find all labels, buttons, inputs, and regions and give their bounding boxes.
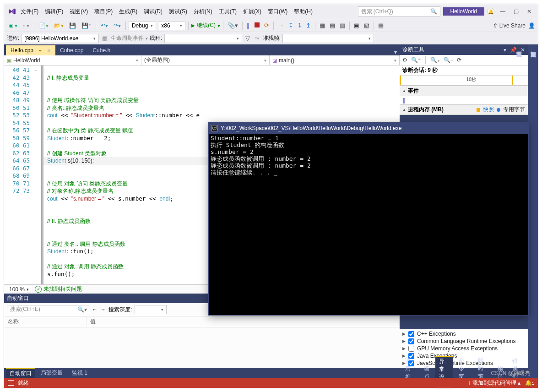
- menu-debug[interactable]: 调试(D): [142, 7, 164, 16]
- pause-icon[interactable]: ‖: [245, 22, 251, 29]
- step-out-icon[interactable]: ↥: [304, 22, 312, 29]
- minimize-icon[interactable]: —: [500, 8, 505, 15]
- diagnostics-header[interactable]: 诊断工具 ▾📌✕: [400, 44, 528, 55]
- standard-toolbar: ◉ ▾ ◦ ▾ 📄▾ 📂▾ 💾 💾⁺ ↶▾ ↷▾ Debug▾ x86▾ 继续(…: [4, 19, 538, 32]
- diag-timeline[interactable]: 10秒: [400, 76, 528, 86]
- win4-icon[interactable]: ▣: [352, 22, 361, 29]
- flag-icon: [8, 380, 14, 386]
- global-search-input[interactable]: 搜索 (Ctrl+Q) 🔍: [358, 6, 440, 16]
- redo-icon[interactable]: ↷▾: [112, 22, 123, 30]
- tab-hello-cpp[interactable]: Hello.cpp ⏷ ✕: [6, 45, 55, 55]
- lifecycle-icon[interactable]: ▦: [101, 35, 109, 42]
- notification-icon[interactable]: 🔔: [487, 8, 494, 15]
- diag-settings-icon[interactable]: ⚙: [402, 57, 407, 63]
- close-tab-icon[interactable]: ✕: [47, 48, 51, 53]
- tab-cube-h[interactable]: Cube.h: [88, 45, 115, 55]
- menu-project[interactable]: 项目(P): [92, 7, 114, 16]
- win2-icon[interactable]: ▤: [328, 22, 336, 29]
- live-share-button[interactable]: ⇧ Live Share: [493, 22, 526, 29]
- win1-icon[interactable]: ▦: [318, 22, 326, 29]
- search-next-icon[interactable]: →: [100, 306, 106, 313]
- close-icon[interactable]: ✕: [527, 8, 531, 15]
- tab-watch1[interactable]: 监视 1: [68, 368, 91, 378]
- process-dropdown[interactable]: [9896] HelloWorld.exe▾: [21, 34, 99, 43]
- add-to-source-control[interactable]: ↑ 添加到源代码管理 ▴: [468, 379, 520, 387]
- maximize-icon[interactable]: ▢: [514, 8, 519, 15]
- autos-col-value[interactable]: 值: [87, 316, 400, 327]
- win3-icon[interactable]: ▥: [338, 22, 347, 29]
- zoom-dropdown[interactable]: 100 %▾: [7, 286, 31, 293]
- stackframe-dropdown[interactable]: ▾: [282, 34, 374, 43]
- diag-zoom-in-icon[interactable]: 🔍₊: [430, 57, 440, 63]
- thread-dropdown[interactable]: ▾: [164, 34, 242, 43]
- tab-cube-cpp[interactable]: Cube.cpp: [55, 45, 88, 55]
- scope-dropdown[interactable]: ▣HelloWorld▾: [4, 55, 141, 65]
- autos-search-input[interactable]: 搜索(Ctrl+E)🔍▾: [7, 305, 89, 314]
- diag-toolbar: ⚙ 🔍⁼ 🔍₊ 🔍₋ ⟳: [400, 55, 528, 65]
- pane-dropdown-icon[interactable]: ▾: [504, 47, 506, 53]
- console-window[interactable]: C:\ Y:\002_WorkSpace\002_VS\HelloWorld\H…: [208, 122, 529, 316]
- exception-item[interactable]: ▶C++ Exceptions: [400, 330, 528, 338]
- fold-gutter[interactable]: - -: [32, 65, 40, 284]
- tab-locals[interactable]: 局部变量: [37, 368, 66, 378]
- tabs-overflow-icon[interactable]: ▾: [394, 49, 400, 55]
- menu-analyze[interactable]: 分析(N): [192, 7, 214, 16]
- nav-back-icon[interactable]: ◉ ▾: [7, 22, 19, 30]
- show-next-icon[interactable]: →: [276, 22, 285, 29]
- member-dropdown[interactable]: ◪main()▾: [270, 55, 400, 65]
- tab-autos[interactable]: 自动窗口: [6, 368, 35, 378]
- vtab-solution-explorer[interactable]: 解决方案资源管理器: [529, 47, 537, 375]
- menu-tools[interactable]: 工具(T): [217, 7, 238, 16]
- menu-build[interactable]: 生成(B): [117, 7, 139, 16]
- menu-edit[interactable]: 编辑(E): [43, 7, 65, 16]
- win6-icon[interactable]: ▤: [377, 22, 385, 29]
- vertical-tabs[interactable]: 解决方案资源管理器 团队资源管理器: [528, 44, 538, 378]
- save-icon[interactable]: 💾: [67, 22, 78, 30]
- step-into-icon[interactable]: ↧: [287, 22, 295, 29]
- account-icon[interactable]: 👤: [528, 22, 535, 29]
- platform-dropdown[interactable]: x86▾: [158, 21, 185, 30]
- notifications-icon[interactable]: 🔔₁: [525, 380, 534, 386]
- menu-view[interactable]: 视图(V): [68, 7, 90, 16]
- pin-icon[interactable]: ⏷: [38, 48, 43, 53]
- diag-scroll-icon[interactable]: ⟳: [457, 57, 461, 63]
- menu-window[interactable]: 窗口(W): [266, 7, 289, 16]
- diag-zoom-reset-icon[interactable]: 🔍⁼: [411, 57, 421, 63]
- save-all-icon[interactable]: 💾⁺: [80, 22, 93, 30]
- menu-help[interactable]: 帮助(H): [292, 7, 314, 16]
- events-section[interactable]: 事件: [400, 86, 528, 96]
- step-over-icon[interactable]: ⤵: [297, 22, 303, 29]
- title-bar: 文件(F) 编辑(E) 视图(V) 项目(P) 生成(B) 调试(D) 测试(S…: [4, 4, 538, 19]
- search-prev-icon[interactable]: ←: [92, 306, 98, 313]
- new-item-icon[interactable]: 📄▾: [37, 22, 50, 30]
- config-dropdown[interactable]: Debug▾: [129, 21, 156, 30]
- exception-item[interactable]: ▶GPU Memory Access Exceptions: [400, 345, 528, 352]
- win5-icon[interactable]: ▧: [363, 22, 371, 29]
- issues-indicator[interactable]: 未找到相关问题: [35, 285, 82, 293]
- thread-filter-icon[interactable]: ▽: [244, 35, 251, 42]
- thread-flag-icon[interactable]: ⤳: [253, 35, 261, 42]
- continue-button[interactable]: 继续(C) ▾: [191, 22, 220, 29]
- nav-fwd-icon[interactable]: ◦ ▾: [21, 22, 31, 30]
- console-title-bar[interactable]: C:\ Y:\002_WorkSpace\002_VS\HelloWorld\H…: [209, 123, 528, 134]
- status-ready: 就绪: [18, 379, 29, 387]
- stop-icon[interactable]: [253, 22, 261, 29]
- restart-icon[interactable]: ⟳: [263, 22, 271, 29]
- search-icon: 🔍▾: [77, 306, 87, 313]
- menu-extensions[interactable]: 扩展(X): [241, 7, 263, 16]
- undo-icon[interactable]: ↶▾: [99, 22, 110, 30]
- search-depth-dropdown[interactable]: ▾: [135, 305, 167, 314]
- menu-file[interactable]: 文件(F): [19, 7, 40, 16]
- context-dropdown[interactable]: (全局范围)▾: [141, 55, 270, 65]
- line-gutter: 40 41 42 43 44 45 46 47 48 49 50 51 52 5…: [4, 65, 32, 284]
- thread-label: 线程:: [150, 34, 162, 42]
- autos-col-name[interactable]: 名称: [4, 316, 87, 327]
- diag-zoom-out-icon[interactable]: 🔍₋: [444, 57, 453, 63]
- memory-section[interactable]: 进程内存 (MB) 快照 专用字节: [400, 104, 528, 115]
- open-icon[interactable]: 📂▾: [52, 22, 65, 30]
- lifecycle-label: 生命周期事件: [111, 34, 144, 42]
- attach-icon[interactable]: 📎▾: [226, 22, 239, 29]
- menu-test[interactable]: 测试(S): [167, 7, 189, 16]
- console-output: Student::number = 1 执行 Student 的构造函数 s.n…: [209, 134, 528, 315]
- exception-item[interactable]: ▶Common Language Runtime Exceptions: [400, 338, 528, 345]
